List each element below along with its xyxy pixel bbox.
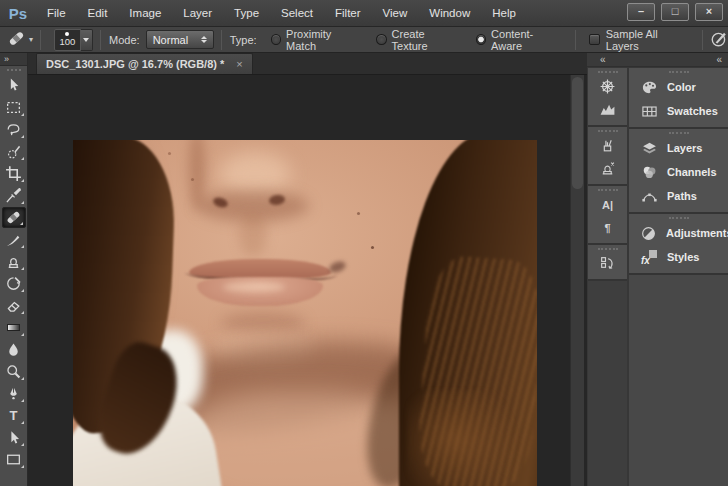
scrollbar-thumb[interactable]: [572, 77, 583, 189]
close-button[interactable]: ×: [695, 3, 723, 21]
group-grip[interactable]: [669, 217, 689, 219]
document-area: DSC_1301.JPG @ 16.7% (RGB/8) * ×: [28, 53, 587, 486]
right-dock: « «: [587, 53, 728, 486]
brush-size-arrow[interactable]: [81, 29, 93, 51]
tool-brush[interactable]: [2, 229, 26, 250]
tool-eyedropper[interactable]: [2, 185, 26, 206]
panel-tab-paths[interactable]: Paths: [629, 184, 728, 208]
tool-path-selection[interactable]: [2, 427, 26, 448]
sample-all-layers-checkbox[interactable]: Sample All Layers: [589, 28, 689, 52]
tool-rectangle[interactable]: [2, 449, 26, 470]
spot-healing-brush-preset[interactable]: ▾: [7, 29, 33, 50]
collapse-icon-column[interactable]: «: [600, 53, 605, 66]
toolbar-collapse-button[interactable]: »: [0, 53, 27, 66]
divider: [40, 30, 41, 50]
tools-panel: »: [0, 53, 28, 486]
collapse-icon-panels[interactable]: «: [716, 53, 721, 66]
channels-panel-icon: [640, 164, 658, 181]
panel-tab-color[interactable]: Color: [629, 75, 728, 99]
tool-move[interactable]: [2, 75, 26, 96]
radio-label: Create Texture: [392, 28, 460, 52]
radio-proximity-match[interactable]: Proximity Match: [271, 28, 360, 52]
tool-crop[interactable]: [2, 163, 26, 184]
navigator-panel-icon[interactable]: [588, 75, 627, 98]
tool-dodge[interactable]: [2, 361, 26, 382]
brush-panel-icon[interactable]: [588, 134, 627, 157]
menu-select[interactable]: Select: [270, 7, 324, 19]
tool-eraser[interactable]: [2, 295, 26, 316]
panel-tab-layers[interactable]: Layers: [629, 136, 728, 160]
menu-view[interactable]: View: [372, 7, 419, 19]
brush-size-value: 100: [59, 36, 75, 48]
canvas[interactable]: [28, 75, 587, 486]
divider: [702, 30, 703, 50]
menu-window[interactable]: Window: [418, 7, 481, 19]
flyout-indicator: [21, 201, 24, 204]
tool-history-brush[interactable]: [2, 273, 26, 294]
flyout-indicator: [21, 157, 24, 160]
tool-spot-healing-brush[interactable]: [2, 207, 26, 228]
photoshop-window: Ps File Edit Image Layer Type Select Fil…: [0, 0, 728, 486]
tool-clone-stamp[interactable]: [2, 251, 26, 272]
adjustments-panel-icon: [640, 225, 657, 242]
panel-tab-styles[interactable]: fx Styles: [629, 245, 728, 269]
tool-type[interactable]: T: [2, 405, 26, 426]
clone-source-panel-icon[interactable]: [588, 157, 627, 180]
panel-tab-swatches[interactable]: Swatches: [629, 99, 728, 123]
panel-tab-adjustments[interactable]: Adjustments: [629, 221, 728, 245]
menu-type[interactable]: Type: [223, 7, 270, 19]
panel-label: Channels: [667, 166, 717, 178]
panel-group-color: Color Swatches: [629, 68, 728, 129]
radio-icon: [271, 34, 282, 45]
flyout-indicator: [21, 245, 24, 248]
character-panel-icon[interactable]: A|: [588, 193, 627, 216]
document-tab[interactable]: DSC_1301.JPG @ 16.7% (RGB/8) * ×: [36, 53, 253, 74]
radio-content-aware[interactable]: Content-Aware: [476, 28, 561, 52]
menu-layer[interactable]: Layer: [172, 7, 223, 19]
flyout-indicator: [21, 399, 24, 402]
tool-quick-selection[interactable]: [2, 141, 26, 162]
radio-create-texture[interactable]: Create Texture: [376, 28, 460, 52]
brush-size-picker[interactable]: 100: [54, 29, 81, 51]
maximize-button[interactable]: □: [661, 3, 689, 21]
flyout-indicator: [20, 222, 23, 225]
group-grip[interactable]: [598, 248, 618, 250]
panel-group-adjustments: Adjustments fx Styles: [629, 214, 728, 275]
group-grip[interactable]: [598, 189, 618, 191]
group-grip[interactable]: [598, 130, 618, 132]
window-controls: – □ ×: [627, 3, 723, 21]
tablet-pressure-icon[interactable]: [710, 30, 728, 50]
flyout-indicator: [21, 377, 24, 380]
tool-gradient[interactable]: [2, 317, 26, 338]
minimize-button[interactable]: –: [627, 3, 655, 21]
group-grip[interactable]: [669, 132, 689, 134]
tool-rectangular-marquee[interactable]: [2, 97, 26, 118]
mode-select[interactable]: Normal: [146, 30, 214, 49]
radio-icon: [376, 34, 387, 45]
panel-tab-channels[interactable]: Channels: [629, 160, 728, 184]
menu-edit[interactable]: Edit: [77, 7, 119, 19]
flyout-indicator: [21, 311, 24, 314]
menu-filter[interactable]: Filter: [324, 7, 372, 19]
history-panel-icon[interactable]: [588, 252, 627, 275]
radio-label: Content-Aware: [491, 28, 560, 52]
paragraph-panel-icon[interactable]: ¶: [588, 216, 627, 239]
tool-pen[interactable]: [2, 383, 26, 404]
tool-blur[interactable]: [2, 339, 26, 360]
type-tool-icon: T: [10, 409, 18, 422]
tool-lasso[interactable]: [2, 119, 26, 140]
group-grip[interactable]: [669, 71, 689, 73]
divider: [100, 30, 101, 50]
tab-close-icon[interactable]: ×: [236, 58, 242, 70]
tool-options-bar: ▾ 100 Mode: Normal Type: Proximity Match…: [0, 27, 728, 53]
photo-image[interactable]: [73, 140, 537, 486]
histogram-panel-icon[interactable]: [588, 98, 627, 121]
menu-help[interactable]: Help: [481, 7, 527, 19]
icon-group-text: A| ¶: [588, 186, 627, 245]
group-grip[interactable]: [598, 71, 618, 73]
vertical-scrollbar[interactable]: [570, 75, 584, 486]
menu-file[interactable]: File: [36, 7, 77, 19]
menu-image[interactable]: Image: [118, 7, 172, 19]
photoshop-logo: Ps: [0, 5, 36, 22]
toolbar-grip[interactable]: [7, 69, 21, 71]
